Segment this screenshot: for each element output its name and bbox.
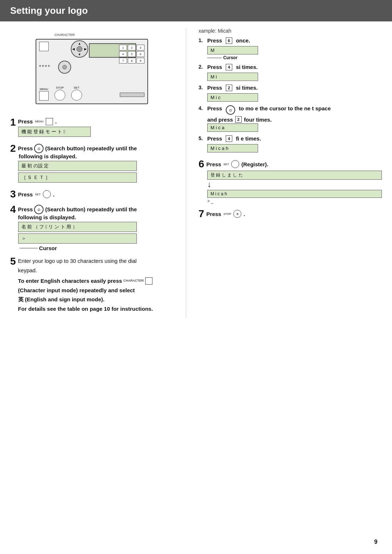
set-button-diagram[interactable]: [71, 90, 82, 101]
step-4-num: 4: [10, 204, 16, 215]
bottom-strip: [120, 93, 144, 97]
step-7-stop-label: STOP: [223, 212, 231, 216]
step-4-cursor: Cursor: [20, 245, 137, 251]
step-1-num: 1: [10, 117, 16, 127]
step-5-char-row: To enter English characters easily press…: [18, 276, 153, 286]
step-6: 6 Press SET (Register). 登 録 し ま し た ↓ M …: [199, 159, 382, 204]
step-2-nav-icon[interactable]: ⊙: [34, 144, 44, 153]
example-substep-4: 4. Press ⊙ to mo e the cursor to the ne …: [199, 105, 382, 132]
step-6-press: Press: [207, 161, 221, 167]
example-substep-1: 1. Press 6 once. M Cursor: [199, 37, 382, 60]
example-title: xample: Micah: [199, 28, 382, 34]
character-button[interactable]: [39, 42, 49, 51]
step-7-num: 7: [199, 209, 204, 219]
substep-1-num: 1.: [199, 37, 204, 43]
step-5-char-button[interactable]: [145, 277, 152, 285]
step-5: 5 Enter your logo up to 30 characters us…: [10, 256, 177, 313]
example-substep-3: 3. Press 2 si times. M i c: [199, 85, 382, 102]
step-1: 1 Press MENU . 機 能 登 録 モ ー ト ﾞ: [10, 117, 177, 138]
substep-4-row2: and press 2 four times.: [207, 116, 382, 123]
step-1-menu-button[interactable]: [46, 118, 53, 125]
right-column: xample: Micah 1. Press 6 once. M Cursor …: [195, 28, 382, 318]
keypad-grid: 1 2 3 4 5 6 7 8 9: [119, 45, 144, 64]
step-1-press: Press: [18, 118, 33, 125]
substep-4-num: 4.: [199, 105, 204, 111]
step-5-text2: keypad.: [18, 266, 153, 275]
step-7-period: .: [244, 211, 245, 217]
step-2-text-after: (Search button) repeatedly until the: [45, 145, 137, 151]
step-4-text-after: (Search button) repeatedly until the: [45, 206, 137, 212]
substep-2-text-after: si times.: [236, 64, 258, 70]
substep-1-result: M: [207, 46, 258, 54]
substep-2-press: Press: [207, 64, 222, 70]
speaker-area: [39, 65, 50, 67]
step-5-char-label: CHARACTER: [123, 278, 144, 284]
substep-4-key2: 2: [235, 116, 242, 123]
substep-2-key: 4: [226, 64, 232, 70]
substep-5-text-after: fi e times.: [236, 135, 261, 142]
step-5-num: 5: [10, 256, 16, 266]
column-divider: [186, 28, 186, 318]
example-substep-2: 2. Press 4 si times. M i: [199, 64, 382, 81]
substep-4-text-after: to mo e the cursor to the ne t space: [239, 105, 331, 111]
small-nav-button[interactable]: [58, 61, 71, 74]
step-1-menu-label: MENU: [35, 120, 44, 123]
substep-4-press: Press: [207, 105, 222, 111]
step-6-lcd1: 登 録 し ま し た: [207, 171, 382, 180]
step-5-text6: For details see the table on page 10 for…: [18, 304, 153, 314]
example-substep-5: 5. Press 4 fi e times. M i c a h: [199, 135, 382, 152]
step-4-press: Press: [18, 206, 33, 212]
left-column: CHARACTER ▲ ▼ ◀ ▶ 1: [10, 28, 177, 318]
step-2-text2: following is displayed.: [19, 153, 137, 159]
char-label-top: CHARACTER: [54, 33, 75, 37]
step-6-num: 6: [199, 159, 204, 169]
step-3-set-label: SET: [35, 193, 41, 196]
substep-3-text-after: si times.: [236, 85, 258, 91]
step-3-period: .: [53, 191, 54, 197]
step-1-lcd: 機 能 登 録 モ ー ト ﾞ: [18, 127, 91, 137]
page-title: Setting your logo: [0, 0, 392, 21]
substep-4-result: M i c a: [207, 123, 258, 132]
step-2-num: 2: [10, 143, 16, 154]
page-number: 9: [374, 539, 377, 545]
substep-1-cursor: Cursor: [207, 55, 382, 60]
step-5-text1: Enter your logo up to 30 characters usin…: [18, 256, 153, 266]
substep-5-num: 5.: [199, 135, 204, 141]
substep-1-press: Press: [207, 37, 222, 44]
step-2-lcd1: 最 初 の設 定: [18, 161, 137, 171]
step-4-text2: following is displayed.: [18, 214, 137, 220]
step-7-stop-button[interactable]: ⊛: [233, 210, 241, 218]
step-3-press: Press: [18, 191, 33, 197]
substep-3-num: 3.: [199, 85, 204, 90]
substep-5-press: Press: [207, 135, 222, 142]
substep-5-result: M i c a h: [207, 144, 258, 152]
step-4-lcd2: ＞: [18, 233, 137, 244]
substep-3-press: Press: [207, 85, 222, 91]
bottom-buttons: MENU STOP SET: [39, 86, 82, 101]
step-2-lcd2: ［ Ｓ Ｅ Ｔ ］: [18, 172, 137, 183]
step-4: 4 Press ⊙ (Search button) repeatedly unt…: [10, 204, 177, 251]
stop-button-diagram[interactable]: [54, 90, 65, 101]
step-3-set-button[interactable]: [43, 190, 51, 198]
device-diagram: CHARACTER ▲ ▼ ◀ ▶ 1: [10, 28, 177, 111]
substep-4-nav-icon: ⊙: [226, 105, 235, 115]
substep-1-key: 6: [226, 37, 232, 44]
menu-button[interactable]: [39, 91, 49, 101]
arrow-down-icon: ↓: [207, 180, 382, 188]
step-4-lcd1: 名 前 （ フ ﾞ リ ン ト 用 ）: [18, 222, 137, 232]
step-2-press: Press: [18, 145, 33, 151]
step-2: 2 Press ⊙ (Search button) repeatedly unt…: [10, 143, 177, 184]
step-6-set-button[interactable]: [231, 160, 239, 168]
step-7-press: Press: [207, 211, 221, 217]
substep-3-result: M i c: [207, 93, 258, 102]
step-3-num: 3: [10, 189, 16, 199]
substep-2-result: M i: [207, 73, 258, 81]
step-3: 3 Press SET .: [10, 189, 177, 199]
step-6-lcd2b: > _: [207, 199, 382, 204]
step-6-text-after: (Register).: [241, 161, 268, 167]
step-7: 7 Press STOP ⊛ .: [199, 209, 382, 219]
nav-button[interactable]: ▲ ▼ ◀ ▶: [71, 40, 88, 58]
step-4-nav-icon[interactable]: ⊙: [34, 205, 44, 214]
substep-2-num: 2.: [199, 64, 204, 70]
step-6-lcd2: M i c a h: [207, 190, 382, 198]
